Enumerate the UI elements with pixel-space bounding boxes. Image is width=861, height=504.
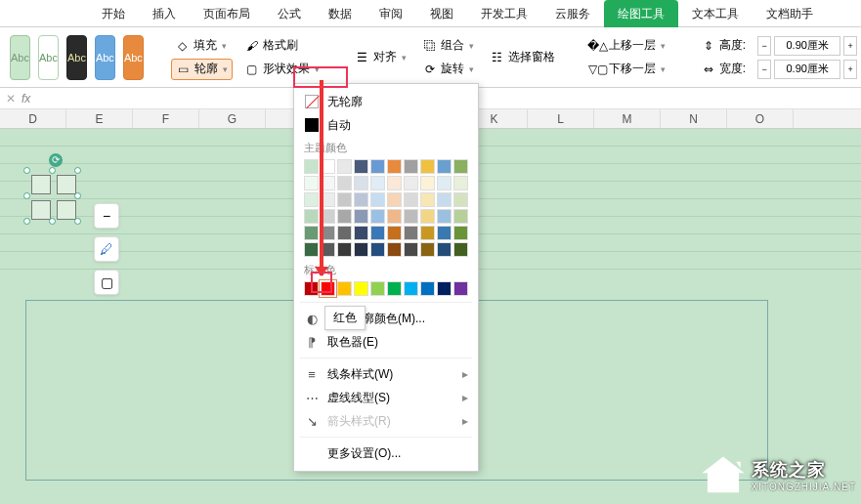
- width-inc[interactable]: +: [843, 60, 857, 79]
- theme-color-swatch[interactable]: [437, 242, 452, 257]
- theme-color-swatch[interactable]: [337, 176, 352, 190]
- tab-developer[interactable]: 开发工具: [467, 0, 541, 27]
- theme-color-swatch[interactable]: [304, 242, 319, 257]
- theme-color-swatch[interactable]: [337, 159, 352, 174]
- shape-style-5[interactable]: Abc: [123, 35, 144, 80]
- col-F[interactable]: F: [133, 109, 199, 128]
- more-settings-item[interactable]: 更多设置(O)...: [300, 441, 472, 465]
- theme-color-swatch[interactable]: [404, 192, 418, 207]
- theme-color-swatch[interactable]: [453, 226, 468, 240]
- resize-handle[interactable]: [74, 218, 81, 225]
- cancel-icon[interactable]: ✕: [6, 92, 16, 105]
- selection-pane-button[interactable]: ☷ 选择窗格: [486, 47, 559, 68]
- col-D[interactable]: D: [0, 109, 66, 128]
- theme-color-swatch[interactable]: [420, 226, 435, 240]
- theme-color-swatch[interactable]: [304, 159, 319, 174]
- theme-color-swatch[interactable]: [370, 226, 385, 240]
- theme-color-swatch[interactable]: [370, 242, 385, 257]
- width-dec[interactable]: −: [757, 60, 771, 79]
- theme-color-swatch[interactable]: [387, 176, 402, 190]
- standard-color-swatch[interactable]: [437, 281, 452, 296]
- fill-button[interactable]: ◇ 填充▾: [171, 35, 233, 57]
- tab-page-layout[interactable]: 页面布局: [190, 0, 264, 27]
- theme-color-swatch[interactable]: [404, 159, 418, 174]
- shape-style-4[interactable]: Abc: [95, 35, 115, 80]
- theme-color-swatch[interactable]: [420, 192, 435, 207]
- group-button[interactable]: ⿻ 组合▾: [418, 35, 478, 57]
- theme-color-swatch[interactable]: [370, 192, 385, 207]
- tab-formula[interactable]: 公式: [264, 0, 315, 27]
- collapse-tool-icon[interactable]: −: [94, 203, 119, 229]
- theme-color-swatch[interactable]: [304, 176, 319, 190]
- shape-rect[interactable]: [57, 175, 76, 194]
- resize-handle[interactable]: [74, 167, 81, 174]
- tab-text-tools[interactable]: 文本工具: [678, 0, 753, 27]
- theme-color-swatch[interactable]: [453, 192, 468, 207]
- theme-color-swatch[interactable]: [354, 209, 368, 224]
- resize-handle[interactable]: [49, 218, 56, 225]
- theme-color-swatch[interactable]: [387, 226, 402, 240]
- theme-color-swatch[interactable]: [453, 242, 468, 257]
- standard-color-swatch[interactable]: [420, 281, 435, 296]
- theme-color-swatch[interactable]: [437, 176, 452, 190]
- theme-color-swatch[interactable]: [337, 226, 352, 240]
- theme-color-swatch[interactable]: [420, 176, 435, 190]
- tab-data[interactable]: 数据: [315, 0, 366, 27]
- shape-rect[interactable]: [57, 200, 76, 220]
- col-L[interactable]: L: [528, 109, 594, 128]
- theme-color-swatch[interactable]: [354, 176, 368, 190]
- no-outline-item[interactable]: 无轮廓: [300, 90, 472, 113]
- eyedropper-item[interactable]: ⁋ 取色器(E): [300, 330, 472, 354]
- theme-color-swatch[interactable]: [404, 226, 418, 240]
- resize-handle[interactable]: [49, 167, 56, 174]
- shape-style-2[interactable]: Abc: [38, 35, 59, 80]
- resize-handle[interactable]: [23, 192, 30, 199]
- theme-color-swatch[interactable]: [370, 209, 385, 224]
- theme-color-swatch[interactable]: [354, 226, 368, 240]
- theme-color-swatch[interactable]: [337, 209, 352, 224]
- rotate-handle-icon[interactable]: ⟳: [49, 153, 63, 167]
- col-G[interactable]: G: [199, 109, 266, 128]
- resize-handle[interactable]: [23, 167, 30, 174]
- theme-color-swatch[interactable]: [453, 159, 468, 174]
- dash-style-item[interactable]: ⋯ 虚线线型(S) ▸: [300, 386, 472, 409]
- tab-start[interactable]: 开始: [88, 0, 139, 27]
- theme-color-swatch[interactable]: [437, 226, 452, 240]
- pen-tool-icon[interactable]: 🖊: [94, 236, 119, 262]
- shape-style-1[interactable]: Abc: [10, 35, 30, 80]
- standard-color-swatch[interactable]: [453, 281, 468, 296]
- theme-color-swatch[interactable]: [387, 159, 402, 174]
- theme-color-swatch[interactable]: [437, 209, 452, 224]
- standard-color-swatch[interactable]: [354, 281, 368, 296]
- theme-color-swatch[interactable]: [404, 176, 418, 190]
- bring-forward-button[interactable]: �△ 上移一层▾: [586, 35, 669, 57]
- theme-color-swatch[interactable]: [354, 159, 368, 174]
- tab-cloud[interactable]: 云服务: [541, 0, 604, 27]
- height-dec[interactable]: −: [757, 36, 771, 56]
- theme-color-swatch[interactable]: [420, 159, 435, 174]
- theme-color-swatch[interactable]: [437, 159, 452, 174]
- theme-color-swatch[interactable]: [337, 242, 352, 257]
- theme-color-swatch[interactable]: [420, 242, 435, 257]
- theme-color-swatch[interactable]: [387, 242, 402, 257]
- theme-color-swatch[interactable]: [404, 242, 418, 257]
- theme-color-swatch[interactable]: [304, 192, 319, 207]
- theme-color-swatch[interactable]: [304, 209, 319, 224]
- format-painter-button[interactable]: 🖌 格式刷: [240, 35, 323, 57]
- tab-view[interactable]: 视图: [416, 0, 467, 27]
- standard-color-swatch[interactable]: [387, 281, 402, 296]
- resize-handle[interactable]: [23, 218, 30, 225]
- shape-style-3[interactable]: Abc: [66, 35, 87, 80]
- theme-color-swatch[interactable]: [453, 176, 468, 190]
- height-input[interactable]: [774, 36, 840, 56]
- theme-color-swatch[interactable]: [387, 209, 402, 224]
- shape-tool-icon[interactable]: ▢: [94, 270, 119, 295]
- tab-insert[interactable]: 插入: [139, 0, 190, 27]
- theme-color-swatch[interactable]: [370, 176, 385, 190]
- tab-review[interactable]: 审阅: [366, 0, 416, 27]
- fx-icon[interactable]: fx: [22, 92, 30, 105]
- col-O[interactable]: O: [727, 109, 794, 128]
- col-E[interactable]: E: [66, 109, 133, 128]
- standard-color-swatch[interactable]: [337, 281, 352, 296]
- width-input[interactable]: [774, 60, 840, 79]
